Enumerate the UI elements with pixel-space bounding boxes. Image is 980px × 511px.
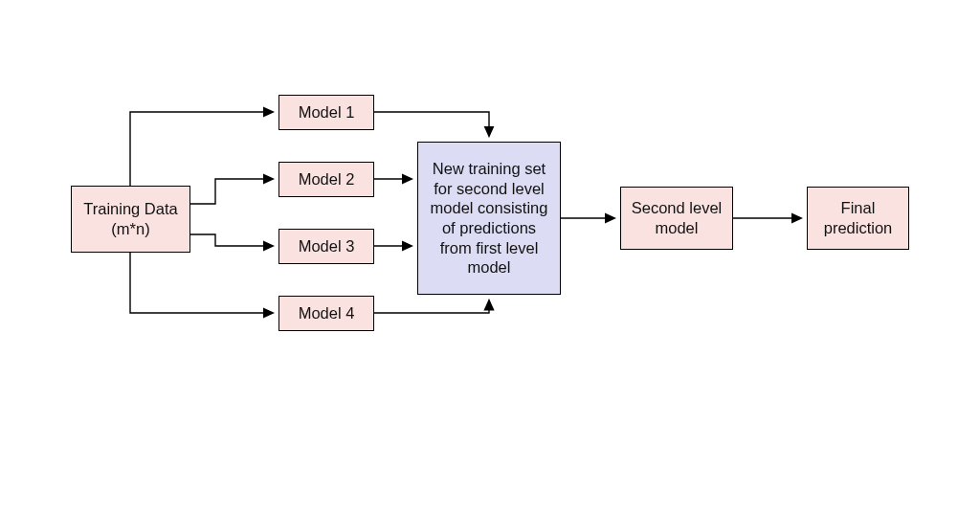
second-level-model-box: Second level model	[620, 187, 733, 250]
model-3-box: Model 3	[278, 229, 374, 264]
arrow-td-to-model4	[130, 253, 273, 313]
model-1-box: Model 1	[278, 95, 374, 130]
model-4-box: Model 4	[278, 296, 374, 331]
training-data-box: Training Data (m*n)	[71, 186, 190, 253]
model-2-label: Model 2	[299, 169, 355, 189]
arrow-m1-to-nts	[374, 112, 489, 136]
arrow-td-to-model2	[190, 179, 273, 204]
new-training-set-box: New training set for second level model …	[417, 142, 561, 295]
model-2-box: Model 2	[278, 162, 374, 197]
arrow-td-to-model3	[190, 234, 273, 246]
model-3-label: Model 3	[299, 236, 355, 256]
arrow-td-to-model1	[130, 112, 273, 186]
new-training-set-label: New training set for second level model …	[428, 159, 550, 278]
arrow-m4-to-nts	[374, 300, 489, 313]
final-prediction-box: Final prediction	[807, 187, 909, 250]
training-data-line2: (m*n)	[111, 220, 149, 237]
second-level-model-label: Second level model	[631, 198, 723, 237]
final-prediction-label: Final prediction	[817, 198, 899, 237]
training-data-line1: Training Data	[83, 200, 177, 217]
model-4-label: Model 4	[299, 303, 355, 323]
model-1-label: Model 1	[299, 102, 355, 122]
